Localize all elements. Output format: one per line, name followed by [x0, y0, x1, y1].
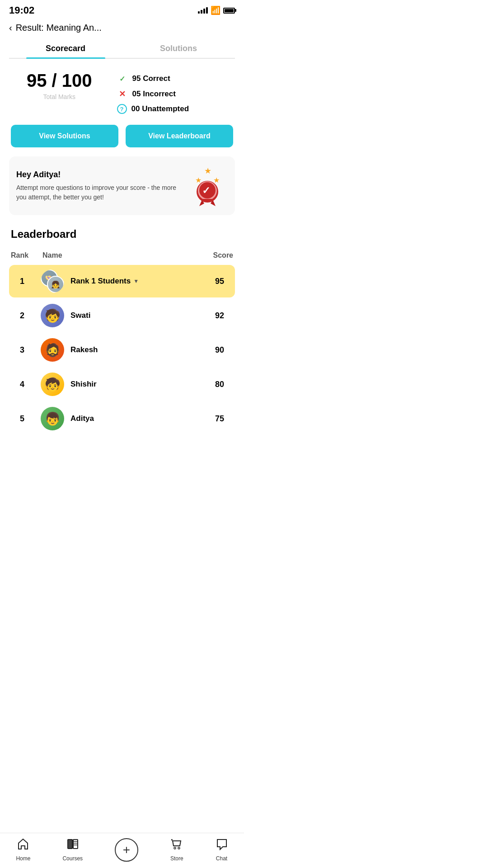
view-solutions-button[interactable]: View Solutions — [11, 125, 118, 147]
dropdown-icon: ▼ — [133, 278, 139, 284]
stat-incorrect: ✕ 05 Incorrect — [117, 89, 233, 99]
score-section: 95 / 100 Total Marks ✓ 95 Correct ✕ 05 I… — [0, 59, 244, 121]
signal-icon — [198, 7, 208, 14]
motivation-description: Attempt more questions to improve your s… — [16, 183, 182, 202]
name-aditya: Aditya — [70, 414, 202, 423]
name-rank1: Rank 1 Students ▼ — [70, 277, 202, 286]
rank-4: 4 — [20, 380, 41, 389]
leaderboard-row-2: 2 🧒 Swati 92 — [9, 299, 235, 332]
avatar-shishir: 🧒 — [41, 373, 64, 396]
status-time: 19:02 — [9, 5, 34, 16]
rank-2: 2 — [20, 311, 41, 321]
correct-icon: ✓ — [117, 73, 128, 84]
leaderboard-row-5: 5 👦 Aditya 75 — [9, 402, 235, 435]
avatar-aditya: 👦 — [41, 407, 64, 430]
score-aditya: 75 — [202, 414, 224, 424]
tab-solutions[interactable]: Solutions — [122, 38, 235, 58]
score-label: Total Marks — [43, 93, 75, 100]
tab-bar: Scorecard Solutions — [9, 38, 235, 59]
status-bar: 19:02 📶 — [0, 0, 244, 19]
score-left: 95 / 100 Total Marks — [11, 71, 108, 100]
header-name: Name — [42, 251, 202, 259]
leaderboard-row-4: 4 🧒 Shishir 80 — [9, 368, 235, 401]
score-shishir: 80 — [202, 380, 224, 389]
correct-text: 95 Correct — [132, 74, 170, 83]
leaderboard-header: Rank Name Score — [0, 248, 244, 263]
name-shishir: Shishir — [70, 380, 202, 389]
header-score: Score — [202, 251, 233, 259]
score-rakesh: 90 — [202, 345, 224, 355]
motivation-title: Hey Aditya! — [16, 170, 182, 179]
avatar-rakesh: 🧔 — [41, 338, 64, 362]
header-rank: Rank — [11, 251, 42, 259]
svg-text:★: ★ — [204, 166, 211, 175]
score-value: 95 / 100 — [27, 71, 92, 90]
name-swati: Swati — [70, 311, 202, 320]
rank-1: 1 — [20, 277, 41, 286]
wifi-icon: 📶 — [211, 5, 221, 15]
header: ‹ Result: Meaning An... — [0, 19, 244, 38]
back-button[interactable]: ‹ — [9, 23, 12, 33]
svg-text:✓: ✓ — [202, 185, 210, 196]
svg-text:★: ★ — [213, 176, 220, 184]
page-title: Result: Meaning An... — [16, 23, 102, 33]
incorrect-text: 05 Incorrect — [132, 90, 176, 99]
svg-rect-9 — [202, 199, 213, 202]
leaderboard-title: Leaderboard — [0, 226, 244, 248]
rank-3: 3 — [20, 345, 41, 355]
stat-unattempted: ? 00 Unattempted — [117, 104, 233, 114]
view-leaderboard-button[interactable]: View Leaderboard — [126, 125, 233, 147]
status-icons: 📶 — [198, 5, 235, 15]
score-stats: ✓ 95 Correct ✕ 05 Incorrect ? 00 Unattem… — [117, 71, 233, 114]
score-swati: 92 — [202, 311, 224, 321]
motivation-text: Hey Aditya! Attempt more questions to im… — [16, 170, 182, 202]
avatar-rank1: 👒 👧 — [41, 269, 64, 293]
score-rank1: 95 — [202, 277, 224, 286]
svg-text:★: ★ — [195, 176, 202, 184]
medal-icon: ★ ★ ★ ✓ — [187, 165, 228, 206]
rank-5: 5 — [20, 414, 41, 424]
name-rakesh: Rakesh — [70, 345, 202, 354]
unattempted-text: 00 Unattempted — [131, 104, 189, 113]
avatar-swati: 🧒 — [41, 304, 64, 327]
motivation-card: Hey Aditya! Attempt more questions to im… — [9, 156, 235, 215]
leaderboard-row-3: 3 🧔 Rakesh 90 — [9, 334, 235, 366]
incorrect-icon: ✕ — [117, 89, 128, 99]
battery-icon — [223, 8, 235, 14]
unattempted-icon: ? — [117, 104, 127, 114]
leaderboard-row-1[interactable]: 1 👒 👧 Rank 1 Students ▼ 95 — [9, 265, 235, 297]
stat-correct: ✓ 95 Correct — [117, 73, 233, 84]
tab-scorecard[interactable]: Scorecard — [9, 38, 122, 58]
buttons-row: View Solutions View Leaderboard — [0, 121, 244, 156]
